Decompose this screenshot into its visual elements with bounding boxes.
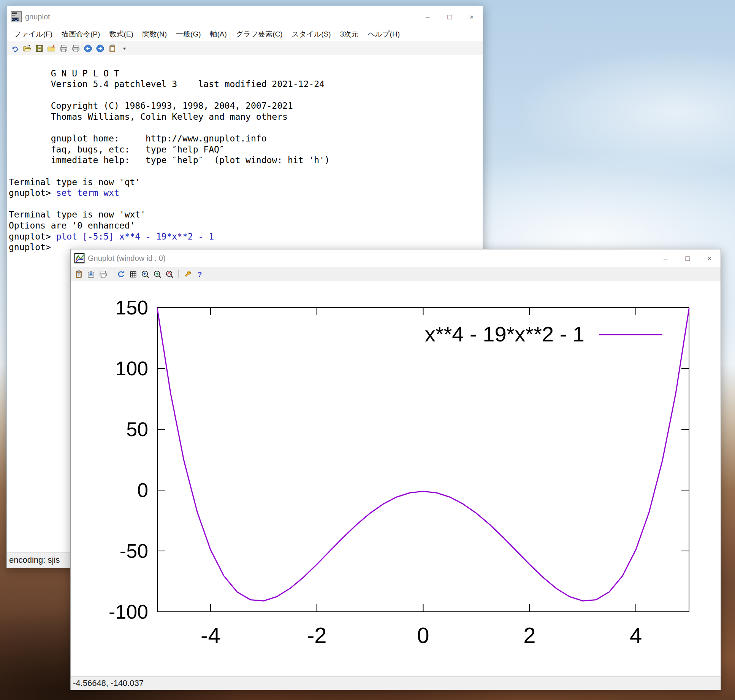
forward-icon[interactable] (94, 43, 106, 54)
terminal-line (9, 90, 483, 101)
y-tick-label: 150 (115, 297, 148, 319)
terminal-line (9, 198, 483, 210)
terminal-line: faq, bugs, etc: type ″help FAQ″ (9, 144, 483, 155)
plot-status-bar: -4.56648, -140.037 (71, 676, 721, 690)
plot-toolbar: ? (71, 267, 721, 282)
y-tick-label: 100 (115, 357, 148, 379)
terminal-line: gnuplot> plot [-5:5] x**4 - 19*x**2 - 1 (9, 231, 483, 242)
menu-func[interactable]: 関数(N) (138, 29, 171, 39)
plot-svg[interactable]: -4-2024-100-50050100150x**4 - 19*x**2 - … (71, 281, 720, 677)
caret-down-icon[interactable] (119, 43, 130, 54)
y-tick-label: 0 (137, 479, 148, 501)
menu-general[interactable]: 一般(G) (171, 29, 205, 39)
toolbar-separator (112, 270, 112, 278)
copy-clipboard-icon[interactable] (73, 269, 84, 279)
plot-title-bar[interactable]: Gnuplot (window id : 0) – □ × (71, 249, 721, 267)
terminal-line: Terminal type is now 'wxt' (9, 209, 483, 220)
terminal-line: immediate help: type ″help″ (plot window… (9, 155, 483, 166)
paste-icon[interactable] (106, 43, 118, 54)
terminal-line: gnuplot home: http://www.gnuplot.info (9, 133, 483, 144)
refresh-icon[interactable] (115, 269, 127, 279)
menu-help[interactable]: ヘルプ(H) (363, 29, 404, 39)
console-window-title: gnuplot (25, 13, 50, 21)
grid-icon[interactable] (127, 269, 139, 279)
zoom-previous-icon[interactable] (139, 269, 151, 279)
console-toolbar (7, 41, 483, 56)
print-icon[interactable] (58, 43, 69, 54)
autoscale-icon[interactable] (164, 269, 175, 279)
plot-frame (157, 308, 689, 612)
terminal-line: Options are '0 enhanced' (9, 220, 483, 231)
export-image-icon[interactable] (85, 269, 97, 279)
help-icon[interactable]: ? (194, 269, 205, 279)
minimize-button[interactable]: – (654, 249, 676, 267)
toolbar-separator (178, 270, 179, 278)
menu-3d[interactable]: 3次元 (336, 29, 363, 39)
x-tick-label: -4 (201, 623, 220, 648)
terminal-line: Version 5.4 patchlevel 3 last modified 2… (9, 79, 483, 90)
plot-window-title: Gnuplot (window id : 0) (88, 254, 166, 263)
gnuplot-plot-window: Gnuplot (window id : 0) – □ × ? -4-2024-… (70, 249, 721, 690)
terminal-line: G N U P L O T (9, 68, 483, 79)
save-icon[interactable] (33, 43, 45, 54)
x-tick-label: 2 (523, 623, 535, 648)
terminal-line (9, 57, 483, 68)
menu-plot[interactable]: 描画命令(P) (57, 29, 105, 39)
cursor-coordinates: -4.56648, -140.037 (73, 678, 144, 688)
terminal-line (9, 122, 483, 133)
zoom-next-icon[interactable] (152, 269, 163, 279)
replot-icon[interactable] (9, 43, 21, 54)
menu-styles[interactable]: スタイル(S) (287, 29, 336, 39)
y-tick-label: 50 (126, 418, 148, 440)
copy-print-icon[interactable] (70, 43, 81, 54)
maximize-button[interactable]: □ (676, 249, 699, 267)
minimize-button[interactable]: – (417, 6, 439, 28)
console-menu-bar: ファイル(F)描画命令(P)数式(E)関数(N)一般(G)軸(A)グラフ要素(C… (7, 28, 483, 41)
encoding-status: encoding: sjis (9, 555, 60, 565)
y-tick-label: -50 (120, 540, 148, 562)
gnuplot-app-icon (11, 11, 22, 22)
back-icon[interactable] (82, 43, 93, 54)
settings-icon[interactable] (182, 269, 193, 279)
legend-label: x**4 - 19*x**2 - 1 (425, 322, 585, 346)
x-tick-label: 0 (417, 623, 429, 648)
x-tick-label: 4 (630, 623, 642, 648)
console-title-bar[interactable]: gnuplot – □ × (7, 6, 483, 28)
function-curve (157, 309, 689, 601)
terminal-line: Terminal type is now 'qt' (9, 177, 483, 188)
menu-expr[interactable]: 数式(E) (105, 29, 138, 39)
maximize-button[interactable]: □ (439, 6, 461, 28)
open-icon[interactable] (21, 43, 33, 54)
terminal-line: gnuplot> set term wxt (9, 187, 483, 198)
svg-text:?: ? (197, 270, 201, 278)
menu-axes[interactable]: 軸(A) (206, 29, 231, 39)
print-icon[interactable] (97, 269, 109, 279)
x-tick-label: -2 (307, 623, 327, 648)
menu-chart[interactable]: グラフ要素(C) (231, 29, 287, 39)
terminal-line: Copyright (C) 1986-1993, 1998, 2004, 200… (9, 100, 483, 111)
terminal-line: Thomas Williams, Colin Kelley and many o… (9, 111, 483, 122)
y-tick-label: -100 (109, 601, 148, 623)
terminal-line (9, 166, 483, 177)
plot-window-icon (74, 253, 85, 263)
new-plot-icon[interactable] (46, 43, 57, 54)
close-button[interactable]: × (461, 6, 483, 28)
menu-file[interactable]: ファイル(F) (9, 29, 57, 39)
plot-canvas[interactable]: -4-2024-100-50050100150x**4 - 19*x**2 - … (71, 281, 721, 677)
close-button[interactable]: × (699, 249, 721, 267)
